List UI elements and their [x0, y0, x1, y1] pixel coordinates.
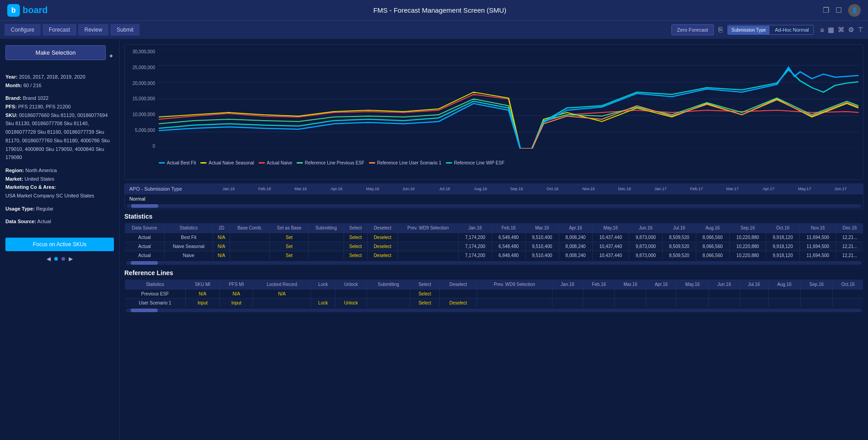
- ref-td-feb-1: [583, 290, 615, 299]
- ref-th-jan16: Jan.16: [552, 280, 583, 290]
- ref-td-deselect-2[interactable]: Deselect: [439, 299, 477, 308]
- ref-td-jun-1: [709, 290, 740, 299]
- chat-icon[interactable]: ☐: [835, 6, 842, 14]
- ref-td-select-1[interactable]: Select: [410, 290, 439, 299]
- ref-td-mar-2: [615, 299, 646, 308]
- td-set-3[interactable]: Set: [269, 251, 308, 260]
- td-sep-1: 10,220,880: [729, 233, 766, 242]
- ref-td-prev-2: [477, 299, 552, 308]
- apo-row-label: Normal: [129, 196, 211, 201]
- legend-color-orange: [369, 162, 375, 164]
- td-may-1: 10,437,440: [592, 233, 629, 242]
- td-mar-2: 9,510,400: [525, 242, 559, 251]
- stats-row-naive: Actual Naive N/A Set Select Deselect 7,1…: [125, 251, 863, 260]
- forecast-button[interactable]: Forecast: [42, 24, 76, 36]
- td-apr-1: 8,008,240: [559, 233, 592, 242]
- td-base-1: [230, 233, 270, 242]
- filter-icon[interactable]: ≡: [820, 26, 824, 34]
- avatar[interactable]: 👤: [848, 4, 861, 17]
- th-data-source: Data Source: [125, 223, 165, 233]
- review-button[interactable]: Review: [78, 24, 108, 36]
- td-mar-1: 9,510,400: [525, 233, 559, 242]
- td-apr-2: 8,008,240: [559, 242, 592, 251]
- table-icon[interactable]: ⊤: [858, 26, 863, 34]
- screen-icon[interactable]: ❐: [823, 6, 829, 14]
- td-prev-2: [397, 242, 458, 251]
- zero-forecast-button[interactable]: Zero Forecast: [671, 24, 714, 35]
- td-nov-1: 11,694,500: [800, 233, 836, 242]
- td-deselect-2[interactable]: Deselect: [368, 242, 398, 251]
- copy-icon[interactable]: ⎘: [718, 26, 723, 34]
- ref-td-pfs-2[interactable]: Input: [220, 299, 253, 308]
- stats-scrollbar-thumb: [131, 261, 158, 265]
- apo-col-may16: May.16: [354, 187, 391, 191]
- header-icons: ❐ ☐ 👤: [823, 4, 861, 17]
- apo-data-row: Normal: [125, 194, 863, 203]
- td-feb-3: 6,848,480: [492, 251, 525, 260]
- submit-button[interactable]: Submit: [110, 24, 140, 36]
- th-set-as-base: Set as Base: [269, 223, 308, 233]
- td-set-1[interactable]: Set: [269, 233, 308, 242]
- legend-actual-best-fit: Actual Best Fit: [159, 160, 196, 165]
- apo-col-jun17: Jun.17: [822, 187, 859, 191]
- logo: b board: [7, 4, 48, 17]
- ref-th-jul16: Jul.16: [740, 280, 768, 290]
- ref-td-unlock-2[interactable]: Unlock: [335, 299, 367, 308]
- ref-scrollbar[interactable]: [126, 309, 862, 312]
- ref-th-jun16: Jun.16: [709, 280, 740, 290]
- td-deselect-1[interactable]: Deselect: [368, 233, 398, 242]
- apo-month-headers: Jan.16 Feb.16 Mar.16 Apr.16 May.16 Jun.1…: [211, 187, 859, 191]
- focus-active-skus-button[interactable]: Focus on Active SKUs: [5, 238, 114, 251]
- ref-th-prev-wd9: Prev. WD9 Selection: [477, 280, 552, 290]
- td-oct-2: 9,918,120: [766, 242, 799, 251]
- ref-th-sku-mi: SKU MI: [185, 280, 220, 290]
- chart-icon[interactable]: ▦: [828, 26, 834, 34]
- stats-row-best-fit: Actual Best Fit N/A Set Select Deselect …: [125, 233, 863, 242]
- content-area: 30,000,000 25,000,000 20,000,000 15,000,…: [120, 40, 868, 440]
- main-layout: Make Selection ✦ Year: 2016, 2017, 2018,…: [0, 40, 868, 440]
- apo-scrollbar[interactable]: [127, 204, 861, 208]
- ref-td-lock-2[interactable]: Lock: [311, 299, 335, 308]
- market-value: United States: [24, 176, 54, 182]
- td-dec-1: 12,21...: [836, 233, 863, 242]
- globe-icon[interactable]: ⌘: [838, 26, 844, 34]
- page-dot-1[interactable]: [54, 257, 58, 261]
- apo-col-jul16: Jul.16: [427, 187, 463, 191]
- next-page-button[interactable]: ▶: [69, 256, 73, 262]
- ref-th-sep16: Sep.16: [801, 280, 833, 290]
- td-dec-3: 12,21...: [836, 251, 863, 260]
- th-jun16: Jun.16: [629, 223, 662, 233]
- td-base-3: [230, 251, 270, 260]
- td-select-2[interactable]: Select: [344, 242, 368, 251]
- sku-label: SKU:: [5, 112, 18, 118]
- ref-th-deselect: Deselect: [439, 280, 477, 290]
- configure-button[interactable]: Configure: [5, 24, 41, 36]
- td-set-2[interactable]: Set: [269, 242, 308, 251]
- prev-page-button[interactable]: ◀: [47, 256, 51, 262]
- ref-td-prev-1: [477, 290, 552, 299]
- td-aug-1: 8,066,560: [696, 233, 729, 242]
- td-deselect-3[interactable]: Deselect: [368, 251, 398, 260]
- make-selection-button[interactable]: Make Selection: [5, 45, 106, 60]
- stats-scrollbar[interactable]: [126, 261, 862, 265]
- th-statistics: Statistics: [165, 223, 213, 233]
- ref-td-jul-1: [740, 290, 768, 299]
- th-select: Select: [344, 223, 368, 233]
- td-stat-3: Naive: [165, 251, 213, 260]
- apo-col-sep16: Sep.16: [499, 187, 535, 191]
- ref-td-sku-2[interactable]: Input: [185, 299, 220, 308]
- page-dot-2[interactable]: [61, 257, 65, 261]
- settings-icon[interactable]: ⚙: [848, 26, 854, 34]
- apo-col-apr17: Apr.17: [750, 187, 787, 191]
- reference-lines-section: Reference Lines Statistics SKU MI PFS MI…: [124, 269, 863, 313]
- y-label-0: 0: [129, 144, 159, 149]
- td-select-1[interactable]: Select: [344, 233, 368, 242]
- th-aug16: Aug.16: [696, 223, 729, 233]
- td-select-3[interactable]: Select: [344, 251, 368, 260]
- ref-th-may16: May.16: [676, 280, 709, 290]
- td-jan-2: 7,174,200: [458, 242, 492, 251]
- td-may-2: 10,437,440: [592, 242, 629, 251]
- chart-legend: Actual Best Fit Actual Naive Seasonal Ac…: [129, 160, 859, 165]
- ref-td-deselect-1: [439, 290, 477, 299]
- ref-td-select-2[interactable]: Select: [410, 299, 439, 308]
